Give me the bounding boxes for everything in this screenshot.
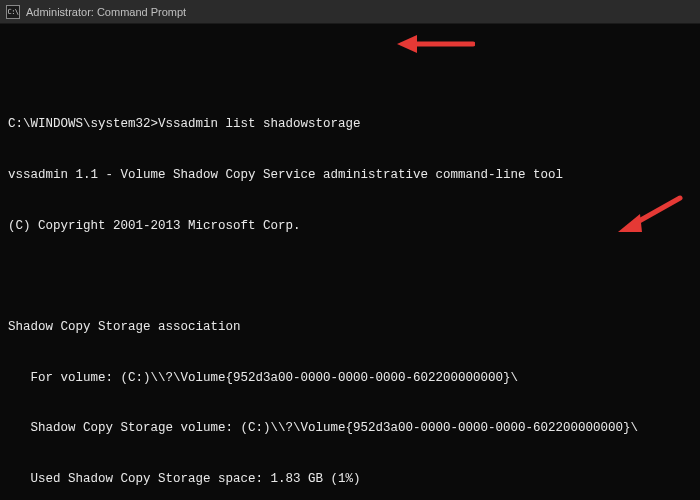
output-storage-volume: Shadow Copy Storage volume: (C:)\\?\Volu… xyxy=(8,420,692,437)
blank-line xyxy=(8,66,692,83)
app-icon: C:\ xyxy=(6,5,20,19)
command-text: Vssadmin list shadowstorage xyxy=(158,117,361,131)
output-copyright: (C) Copyright 2001-2013 Microsoft Corp. xyxy=(8,218,692,235)
window-title: Administrator: Command Prompt xyxy=(26,6,186,18)
output-assoc-header: Shadow Copy Storage association xyxy=(8,319,692,336)
command-line-1: C:\WINDOWS\system32>Vssadmin list shadow… xyxy=(8,116,692,133)
blank-line xyxy=(8,268,692,285)
window-titlebar[interactable]: C:\ Administrator: Command Prompt xyxy=(0,0,700,24)
output-used-space: Used Shadow Copy Storage space: 1.83 GB … xyxy=(8,471,692,488)
output-for-volume: For volume: (C:)\\?\Volume{952d3a00-0000… xyxy=(8,370,692,387)
output-banner: vssadmin 1.1 - Volume Shadow Copy Servic… xyxy=(8,167,692,184)
prompt-text: C:\WINDOWS\system32> xyxy=(8,117,158,131)
terminal-output[interactable]: C:\WINDOWS\system32>Vssadmin list shadow… xyxy=(0,24,700,500)
